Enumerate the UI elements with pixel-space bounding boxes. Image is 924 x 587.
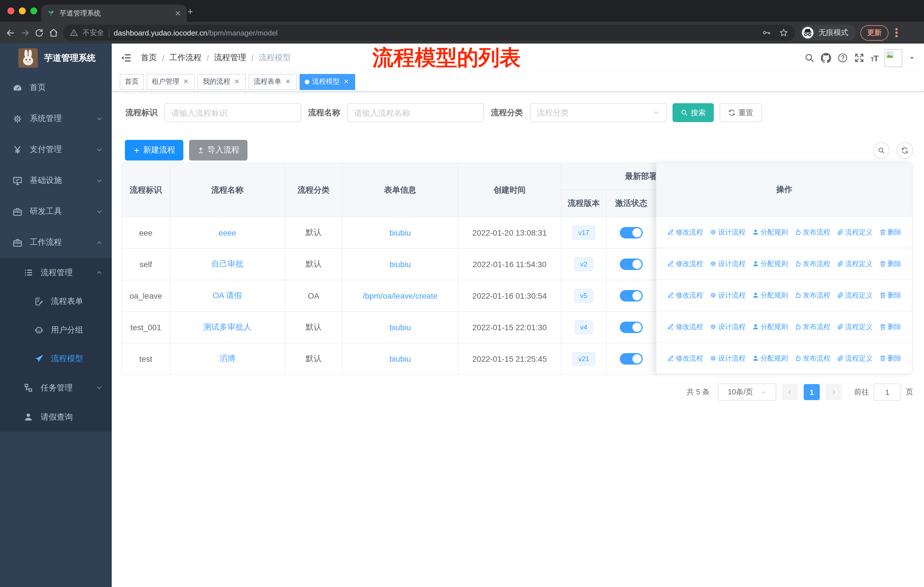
reset-button[interactable]: 重置 xyxy=(719,103,762,122)
publish-process-link[interactable]: 发布流程 xyxy=(794,290,830,300)
sidebar-item-devtools[interactable]: 研发工具 xyxy=(0,196,112,227)
design-process-link[interactable]: 设计流程 xyxy=(710,259,746,269)
delete-link[interactable]: 删除 xyxy=(879,354,901,363)
form-info-link[interactable]: biubiu xyxy=(389,323,411,332)
browser-update-button[interactable]: 更新 xyxy=(860,25,888,40)
app-logo[interactable]: 芋道管理系统 xyxy=(0,43,112,72)
help-icon[interactable] xyxy=(837,53,848,63)
close-icon[interactable]: ✕ xyxy=(182,78,190,85)
create-process-button[interactable]: 新建流程 xyxy=(125,140,183,160)
sidebar-item-payment[interactable]: 支付管理 xyxy=(0,134,112,165)
form-info-link[interactable]: biubiu xyxy=(389,228,411,237)
sidebar-item-home[interactable]: 首页 xyxy=(0,72,112,103)
design-process-link[interactable]: 设计流程 xyxy=(710,290,746,300)
bookmark-star-icon[interactable] xyxy=(779,28,788,37)
avatar[interactable] xyxy=(884,49,902,67)
modify-process-link[interactable]: 修改流程 xyxy=(667,354,703,363)
new-tab-button[interactable]: ＋ xyxy=(186,6,195,18)
address-bar[interactable]: 不安全 dashboard.yudao.iocoder.cn/bpm/manag… xyxy=(63,25,795,41)
form-info-link[interactable]: /bpm/oa/leave/create xyxy=(363,291,438,300)
forward-icon[interactable] xyxy=(20,28,30,38)
process-name-link[interactable]: 滔博 xyxy=(219,354,236,363)
close-window-button[interactable] xyxy=(7,7,14,14)
close-icon[interactable]: ✕ xyxy=(343,78,350,85)
delete-link[interactable]: 删除 xyxy=(879,227,901,237)
process-category-select[interactable]: 流程分类 xyxy=(530,103,667,122)
delete-link[interactable]: 删除 xyxy=(879,259,901,269)
sidebar-item-system[interactable]: 系统管理 xyxy=(0,103,112,134)
sidebar-item-process-model[interactable]: 流程模型 xyxy=(0,344,112,373)
active-toggle[interactable] xyxy=(620,353,643,365)
page-size-select[interactable]: 10条/页 xyxy=(718,384,776,401)
modify-process-link[interactable]: 修改流程 xyxy=(667,290,703,300)
active-toggle[interactable] xyxy=(620,290,643,301)
tag-my-process[interactable]: 我的流程✕ xyxy=(198,74,246,90)
security-label[interactable]: 不安全 xyxy=(82,28,104,38)
sidebar-item-process-mgmt[interactable]: 流程管理 xyxy=(0,258,112,287)
process-definition-link[interactable]: 流程定义 xyxy=(837,290,873,300)
modify-process-link[interactable]: 修改流程 xyxy=(667,322,703,332)
process-definition-link[interactable]: 流程定义 xyxy=(837,259,873,269)
next-page-button[interactable] xyxy=(825,384,842,400)
font-size-icon[interactable]: TT xyxy=(870,53,878,63)
process-definition-link[interactable]: 流程定义 xyxy=(837,322,873,332)
minimize-window-button[interactable] xyxy=(19,7,26,14)
form-info-link[interactable]: biubiu xyxy=(389,354,411,364)
caret-down-icon[interactable] xyxy=(909,55,916,61)
publish-process-link[interactable]: 发布流程 xyxy=(794,227,830,237)
toggle-search-button[interactable] xyxy=(873,142,889,159)
search-button[interactable]: 搜索 xyxy=(673,103,714,122)
tag-tenant[interactable]: 租户管理✕ xyxy=(147,74,195,90)
fullscreen-icon[interactable] xyxy=(854,53,864,63)
browser-menu-icon[interactable] xyxy=(893,28,900,37)
publish-process-link[interactable]: 发布流程 xyxy=(794,322,830,332)
sidebar-item-task-mgmt[interactable]: 任务管理 xyxy=(0,373,112,402)
active-toggle[interactable] xyxy=(620,258,643,270)
sidebar-item-leave-query[interactable]: 请假查询 xyxy=(0,402,112,432)
publish-process-link[interactable]: 发布流程 xyxy=(794,354,830,363)
tag-process-form[interactable]: 流程表单✕ xyxy=(249,74,297,90)
prev-page-button[interactable] xyxy=(782,384,798,400)
process-id-input[interactable] xyxy=(164,103,301,122)
goto-page-input[interactable] xyxy=(874,384,901,401)
sidebar-item-infra[interactable]: 基础设施 xyxy=(0,165,112,196)
breadcrumb-process-mgmt[interactable]: 流程管理 xyxy=(214,53,246,63)
process-name-link[interactable]: OA 请假 xyxy=(213,291,242,300)
delete-link[interactable]: 删除 xyxy=(879,322,901,332)
assign-rule-link[interactable]: 分配规则 xyxy=(752,227,788,237)
delete-link[interactable]: 删除 xyxy=(879,290,901,300)
active-toggle[interactable] xyxy=(620,322,643,333)
design-process-link[interactable]: 设计流程 xyxy=(710,354,746,363)
password-key-icon[interactable] xyxy=(762,28,771,37)
sidebar-item-workflow[interactable]: 工作流程 xyxy=(0,227,112,258)
sidebar-item-user-group[interactable]: 用户分组 xyxy=(0,316,112,344)
browser-tab[interactable]: 芋道管理系统 ✕ xyxy=(41,5,187,22)
assign-rule-link[interactable]: 分配规则 xyxy=(752,290,788,300)
publish-process-link[interactable]: 发布流程 xyxy=(794,259,830,269)
back-icon[interactable] xyxy=(6,28,15,38)
home-icon[interactable] xyxy=(49,28,58,38)
github-icon[interactable] xyxy=(821,53,831,63)
process-name-link[interactable]: 测试多审批人 xyxy=(203,322,251,331)
process-name-input[interactable] xyxy=(347,103,484,122)
modify-process-link[interactable]: 修改流程 xyxy=(667,259,703,269)
assign-rule-link[interactable]: 分配规则 xyxy=(752,322,788,332)
hamburger-icon[interactable] xyxy=(120,52,132,64)
close-icon[interactable]: ✕ xyxy=(284,78,292,85)
assign-rule-link[interactable]: 分配规则 xyxy=(752,354,788,363)
close-icon[interactable]: ✕ xyxy=(233,78,241,85)
process-definition-link[interactable]: 流程定义 xyxy=(837,227,873,237)
process-definition-link[interactable]: 流程定义 xyxy=(837,354,873,363)
design-process-link[interactable]: 设计流程 xyxy=(710,322,746,332)
breadcrumb-workflow[interactable]: 工作流程 xyxy=(170,53,201,63)
maximize-window-button[interactable] xyxy=(30,7,37,14)
import-process-button[interactable]: 导入流程 xyxy=(189,140,248,160)
tag-home[interactable]: 首页 xyxy=(120,74,144,90)
tab-close-icon[interactable]: ✕ xyxy=(175,9,181,18)
refresh-table-button[interactable] xyxy=(896,142,913,159)
search-icon[interactable] xyxy=(804,53,814,63)
process-name-link[interactable]: 自己审批 xyxy=(211,259,243,268)
process-name-link[interactable]: eeee xyxy=(219,228,236,237)
modify-process-link[interactable]: 修改流程 xyxy=(667,227,703,237)
reload-icon[interactable] xyxy=(35,28,44,38)
